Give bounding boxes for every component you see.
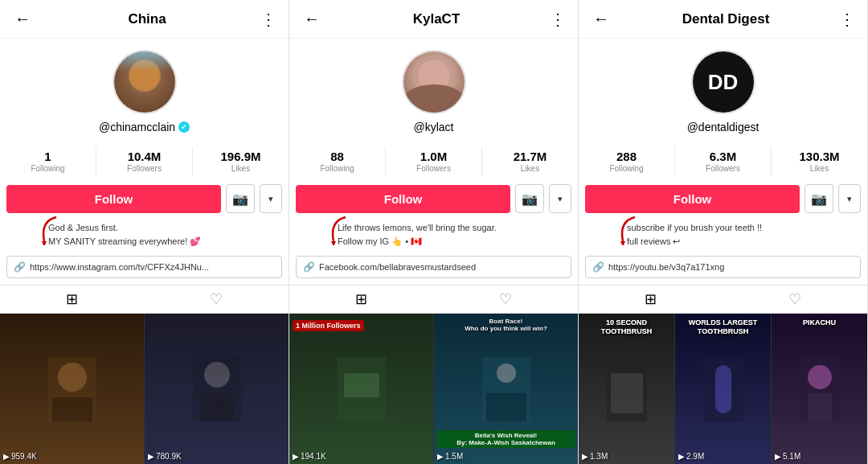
stat-value-followers-dental: 6.3M [677,150,769,163]
panel-china: ← China ⋮ @chinamcclain ✓ 1 Following 10… [0,0,289,464]
video-thumb-dental-3[interactable]: PIKACHU PIKACHU ▶ 5.1M [771,314,867,464]
more-button-kyla[interactable]: ⋮ [550,10,567,29]
link-icon-dental: 🔗 [592,261,604,273]
tab-liked-dental[interactable]: ♡ [788,290,801,308]
back-button-china[interactable]: ← [11,8,34,30]
video-count-kyla-1: ▶ 194.1K [293,452,326,461]
instagram-button-china[interactable]: 📷 [226,184,255,213]
stats-row-dental: 288 Following 6.3M Followers 130.3M Like… [579,146,867,176]
panel-kyla: ← KylaCT ⋮ @kylact 88 Following 1.0M Fol… [289,0,579,464]
video-content-dental-1 [579,314,674,464]
link-bar-china[interactable]: 🔗 https://www.instagram.com/tv/CFFXz4JHN… [6,256,282,278]
overlay-dental-3-text: PIKACHU [774,318,865,326]
video-content-kyla-1 [289,314,433,464]
link-bar-dental[interactable]: 🔗 https://youtu.be/v3q7a171xng [585,256,861,278]
header-kyla: ← KylaCT ⋮ [289,0,578,39]
panel-dental: ← Dental Digest ⋮ DD @dentaldigest 288 F… [579,0,868,464]
instagram-icon-dental: 📷 [811,191,827,207]
header-china: ← China ⋮ [0,0,289,39]
video-count-dental-2: ▶ 2.9M [678,452,704,461]
stat-followers-dental: 6.3M Followers [675,146,772,176]
more-button-dental[interactable]: ⋮ [839,10,856,29]
video-thumb-dental-2[interactable]: WORLDS LARGEST TOOTHBRUSH WORLDS LARGEST… [674,314,771,464]
link-text-kyla: Facebook.com/bellabravesmustardseed [319,262,476,272]
avatar-dental: DD [691,50,755,114]
video-count-dental-1: ▶ 1.3M [582,452,608,461]
tab-liked-china[interactable]: ♡ [210,290,223,308]
play-icon-kyla-1: ▶ [293,452,299,461]
instagram-icon-kyla: 📷 [522,191,538,207]
action-row-dental: Follow 📷 ▾ [579,184,867,213]
username-row-kyla: @kylact [414,121,454,133]
stat-label-followers-china: Followers [98,164,190,173]
dropdown-button-china[interactable]: ▾ [260,184,282,213]
tab-grid-dental[interactable]: ⊞ [645,290,657,308]
stat-label-likes-china: Likes [194,164,287,173]
video-count-dental-3: ▶ 5.1M [775,452,800,461]
svg-point-5 [204,362,230,388]
back-button-dental[interactable]: ← [590,8,612,30]
back-button-kyla[interactable]: ← [301,8,323,30]
username-row-china: @chinamcclain ✓ [99,121,190,133]
tab-bar-kyla: ⊞ ♡ [289,285,578,314]
more-button-china[interactable]: ⋮ [260,10,277,29]
link-icon-kyla: 🔗 [303,261,315,273]
username-kyla: @kylact [414,121,454,133]
avatar-kyla [402,50,466,114]
video-thumb-kyla-1[interactable]: 1 Million Followers ▶ 194.1K [289,314,433,464]
tab-grid-kyla[interactable]: ⊞ [355,290,367,308]
action-row-kyla: Follow 📷 ▾ [289,184,578,213]
stat-value-following-dental: 288 [580,150,673,163]
overlay-dental-2-text: WORLDS LARGEST TOOTHBRUSH [678,318,768,336]
dropdown-button-kyla[interactable]: ▾ [549,184,571,213]
stat-label-likes-dental: Likes [773,164,866,173]
link-bar-kyla[interactable]: 🔗 Facebook.com/bellabravesmustardseed [296,256,571,278]
svg-point-19 [808,365,832,389]
play-icon-china-1: ▶ [3,452,10,461]
svg-point-2 [58,363,87,392]
svg-rect-9 [344,373,379,397]
username-china: @chinamcclain [99,121,175,133]
video-thumb-dental-1[interactable]: 10 SECOND TOOTHBRUSH 10 SECONDTOOTHBRUSH… [579,314,674,464]
profile-section-dental: DD @dentaldigest [579,39,867,146]
stat-followers-kyla: 1.0M Followers [386,146,482,176]
video-content-china-2 [145,314,289,464]
svg-point-11 [497,363,516,383]
instagram-button-kyla[interactable]: 📷 [515,184,544,213]
avatar-text-dental: DD [708,70,739,95]
video-grid-dental: 10 SECOND TOOTHBRUSH 10 SECONDTOOTHBRUSH… [579,314,867,464]
username-dental: @dentaldigest [687,121,760,133]
tab-liked-kyla[interactable]: ♡ [499,290,512,308]
play-icon-dental-3: ▶ [775,452,781,461]
stat-followers-china: 10.4M Followers [96,146,193,176]
dropdown-button-dental[interactable]: ▾ [838,184,861,213]
stat-value-followers-kyla: 1.0M [387,150,480,163]
tab-grid-china[interactable]: ⊞ [66,290,78,308]
stat-value-following-china: 1 [2,150,94,163]
follow-button-dental[interactable]: Follow [585,185,800,213]
avatar-china [113,50,177,114]
stat-value-following-kyla: 88 [291,150,383,163]
video-thumb-china-1[interactable]: ▶ 959.4K [0,314,144,464]
bio-kyla: Life throws lemons, we'll bring the suga… [297,221,570,253]
stat-label-followers-dental: Followers [677,164,769,173]
verified-badge-china: ✓ [178,121,190,133]
play-icon-kyla-2: ▶ [437,452,444,461]
follow-button-china[interactable]: Follow [6,185,221,213]
video-thumb-china-2[interactable]: ▶ 780.9K [144,314,289,464]
video-grid-kyla: 1 Million Followers ▶ 194.1K Boat Race!W… [289,314,578,464]
video-thumb-kyla-2[interactable]: Boat Race!Who do you think will win? Bel… [433,314,578,464]
stat-value-likes-china: 196.9M [194,150,287,163]
header-dental: ← Dental Digest ⋮ [579,0,867,39]
follow-button-kyla[interactable]: Follow [296,185,510,213]
svg-rect-12 [486,393,526,421]
stat-label-following-dental: Following [580,164,673,173]
play-icon-dental-2: ▶ [678,452,685,461]
header-title-china: China [34,11,260,27]
video-count-china-1: ▶ 959.4K [3,452,37,461]
video-count-china-2: ▶ 780.9K [148,452,182,461]
instagram-button-dental[interactable]: 📷 [805,184,833,213]
play-icon-dental-1: ▶ [582,452,588,461]
stat-label-likes-kyla: Likes [484,164,576,173]
link-text-dental: https://youtu.be/v3q7a171xng [608,262,724,272]
